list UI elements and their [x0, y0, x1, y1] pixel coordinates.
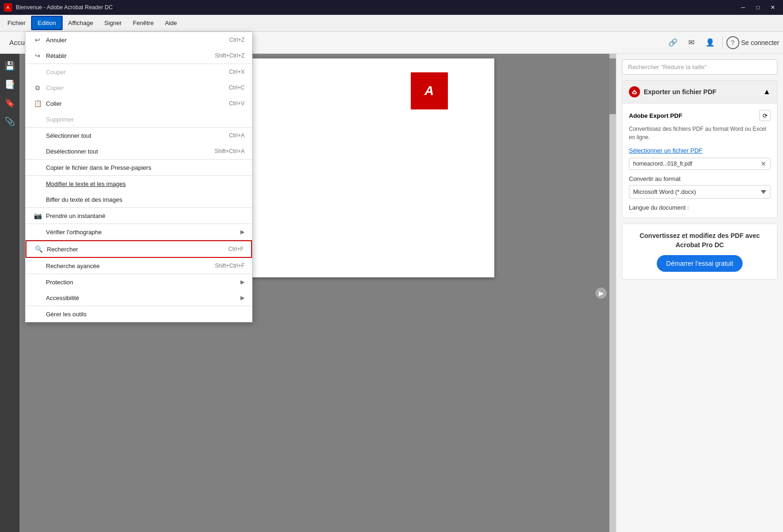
search-group: 🔍 Rechercher Ctrl+F Recherche ayancée Sh… — [26, 240, 252, 274]
promo-box: Convertissez et modifiez des PDF avec Ac… — [622, 224, 777, 280]
undo-icon: ↩ — [33, 35, 42, 45]
svg-rect-0 — [633, 93, 636, 94]
spellcheck-icon — [33, 227, 42, 237]
window-title: Bienvenue - Adobe Acrobat Reader DC — [16, 4, 113, 11]
copier-presse-papiers-item[interactable]: Copier le fichier dans le Presse-papiers — [26, 160, 252, 175]
select-file-link[interactable]: Sélectionner un fichier PDF — [629, 147, 770, 154]
close-button[interactable]: ✕ — [766, 2, 779, 13]
clear-file-button[interactable]: ✕ — [761, 160, 766, 167]
edit-text-icon — [33, 179, 42, 188]
scrollbar-thumb[interactable] — [609, 58, 616, 114]
deselect-icon — [33, 147, 42, 156]
gerer-outils-item[interactable]: Gérer les outils — [26, 306, 252, 322]
pdf-next-arrow[interactable]: ▶ — [595, 288, 607, 299]
delete-icon — [33, 115, 42, 124]
coller-item[interactable]: 📋 Coller Ctrl+V — [26, 96, 252, 111]
recherche-avancee-item[interactable]: Recherche ayancée Shift+Ctrl+F — [26, 258, 252, 274]
cut-icon — [33, 67, 42, 77]
copier-item[interactable]: ⧉ Copier Ctrl+C — [26, 80, 252, 96]
toolbar-right: 🔗 ✉ 👤 ? Se connecter — [665, 34, 780, 51]
annuler-item[interactable]: ↩ Annuler Ctrl+Z — [26, 32, 252, 48]
clipboard-group: Couper Ctrl+X ⧉ Copier Ctrl+C 📋 Coller C… — [26, 64, 252, 128]
export-icon — [629, 86, 640, 97]
adobe-description: Convertissez des fichiers PDF au format … — [629, 125, 770, 141]
convert-label: Convertir au format — [629, 175, 770, 182]
adobe-export-title: Adobe Export PDF — [629, 112, 682, 119]
menu-affichage[interactable]: Affichage — [63, 17, 99, 29]
right-panel: Rechercher "Réduire la taille" Exporter … — [616, 54, 783, 532]
copy-icon: ⧉ — [33, 83, 42, 92]
camera-icon: 📷 — [33, 211, 42, 220]
accessibilite-item[interactable]: Accessibilité ▶ — [26, 290, 252, 306]
text-edit-group: Modifier le texte et les images Biffer d… — [26, 176, 252, 208]
redact-icon — [33, 195, 42, 204]
orthographe-arrow: ▶ — [240, 229, 245, 235]
menu-aide[interactable]: Aide — [159, 17, 182, 29]
export-pdf-header-left: Exporter un fichier PDF — [629, 86, 716, 97]
edition-dropdown[interactable]: ↩ Annuler Ctrl+Z ↪ Rétablir Shift+Ctrl+Z… — [25, 32, 252, 322]
undo-redo-group: ↩ Annuler Ctrl+Z ↪ Rétablir Shift+Ctrl+Z — [26, 32, 252, 64]
sync-icon[interactable]: ⟳ — [759, 110, 770, 121]
protection-item[interactable]: Protection ▶ — [26, 274, 252, 290]
couper-item[interactable]: Couper Ctrl+X — [26, 64, 252, 80]
lang-label: Langue du document : — [629, 204, 770, 211]
format-select[interactable]: Microsoft Word (*.docx) — [629, 185, 770, 199]
app-icon: A — [4, 3, 12, 12]
deselectionner-tout-item[interactable]: Désélectionner tout Shift+Ctrl+A — [26, 143, 252, 159]
menu-signer[interactable]: Signer — [99, 17, 128, 29]
selection-group: Sélectionner tout Ctrl+A Désélectionner … — [26, 128, 252, 160]
link-button[interactable]: 🔗 — [665, 34, 681, 51]
menu-fenetre[interactable]: Fenêtre — [127, 17, 159, 29]
title-bar-left: A Bienvenue - Adobe Acrobat Reader DC — [4, 3, 113, 12]
tools-icon — [33, 309, 42, 319]
accessibility-icon — [33, 293, 42, 302]
modifier-texte-item[interactable]: Modifier le texte et les images — [26, 176, 252, 192]
file-name: homeacrord...018_fr.pdf — [633, 160, 761, 167]
redo-icon: ↪ — [33, 51, 42, 60]
title-bar-controls: ─ □ ✕ — [737, 2, 779, 13]
selectionner-tout-item[interactable]: Sélectionner tout Ctrl+A — [26, 128, 252, 143]
snapshot-group: 📷 Prendre un instantané — [26, 208, 252, 224]
accessibility-arrow: ▶ — [240, 295, 245, 301]
left-sidebar: 💾 📑 🔖 📎 — [0, 54, 19, 532]
select-all-icon — [33, 131, 42, 140]
orthographe-item[interactable]: Vérifier l'orthographe ▶ — [26, 224, 252, 240]
protection-arrow: ▶ — [240, 279, 245, 285]
sidebar-pages-icon[interactable]: 📑 — [1, 76, 18, 93]
file-input-row: homeacrord...018_fr.pdf ✕ — [629, 158, 770, 170]
menu-fichier[interactable]: Fichier — [2, 17, 31, 29]
protection-icon — [33, 277, 42, 287]
export-pdf-header[interactable]: Exporter un fichier PDF ▲ — [622, 81, 777, 103]
copy-clipboard-group: Copier le fichier dans le Presse-papiers — [26, 160, 252, 176]
retablir-item[interactable]: ↪ Rétablir Shift+Ctrl+Z — [26, 48, 252, 64]
export-pdf-body: Adobe Export PDF ⟳ Convertissez des fich… — [622, 103, 777, 218]
connect-button[interactable]: Se connecter — [741, 39, 780, 46]
email-button[interactable]: ✉ — [683, 34, 700, 51]
menu-bar: Fichier Edition Affichage Signer Fenêtre… — [0, 15, 783, 32]
instantane-item[interactable]: 📷 Prendre un instantané — [26, 208, 252, 224]
minimize-button[interactable]: ─ — [737, 2, 750, 13]
clipboard-icon — [33, 163, 42, 172]
sidebar-attach-icon[interactable]: 📎 — [1, 113, 18, 130]
maximize-button[interactable]: □ — [751, 2, 764, 13]
paste-icon: 📋 — [33, 99, 42, 108]
help-button[interactable]: ? — [726, 36, 739, 49]
sidebar-bookmark-icon[interactable]: 🔖 — [1, 95, 18, 111]
export-pdf-section: Exporter un fichier PDF ▲ Adobe Export P… — [622, 80, 777, 218]
title-bar: A Bienvenue - Adobe Acrobat Reader DC ─ … — [0, 0, 783, 15]
search-icon: 🔍 — [34, 244, 43, 254]
biffer-texte-item[interactable]: Biffer du texte et des images — [26, 192, 252, 207]
vertical-scrollbar[interactable] — [609, 54, 616, 532]
user-button[interactable]: 👤 — [702, 34, 718, 51]
adobe-logo: A — [411, 72, 448, 109]
menu-edition[interactable]: Edition — [31, 16, 63, 30]
spellcheck-group: Vérifier l'orthographe ▶ — [26, 224, 252, 240]
promo-text: Convertissez et modifiez des PDF avec Ac… — [630, 231, 770, 250]
toolbar-divider-3 — [722, 36, 723, 49]
search-box[interactable]: Rechercher "Réduire la taille" — [622, 59, 777, 75]
trial-button[interactable]: Démarrer l'essai gratuit — [657, 255, 742, 272]
tools-group: Gérer les outils — [26, 306, 252, 322]
rechercher-item[interactable]: 🔍 Rechercher Ctrl+F — [26, 240, 252, 258]
supprimer-item[interactable]: Supprimer — [26, 111, 252, 127]
sidebar-save-icon[interactable]: 💾 — [1, 58, 18, 74]
